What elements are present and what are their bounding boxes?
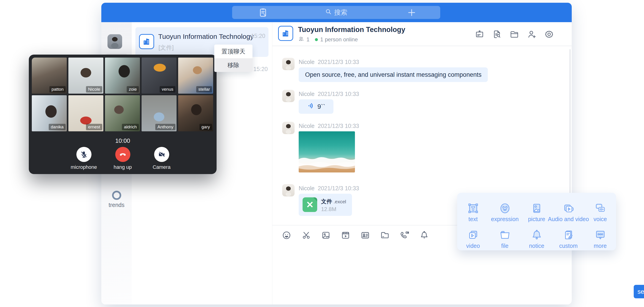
- image-icon[interactable]: [321, 231, 331, 241]
- search-history-icon[interactable]: [492, 29, 502, 40]
- panel-item-more[interactable]: more: [584, 224, 616, 249]
- chat-panel: Tuoyun Information Technology 1 1 person…: [272, 22, 572, 305]
- participant-tile: Nicole: [68, 57, 103, 94]
- sender-avatar[interactable]: [282, 122, 294, 134]
- participant-name: patton: [50, 86, 66, 92]
- conversation-context-menu: 置顶聊天 移除: [214, 44, 252, 72]
- screen: 搜索 trends: [0, 0, 644, 307]
- send-button[interactable]: sending: [634, 285, 644, 298]
- panel-item-label: more: [594, 243, 607, 249]
- conversation-title: Tuoyun Information Technology: [158, 33, 254, 40]
- panel-item-file[interactable]: file: [489, 224, 521, 249]
- emoji-icon[interactable]: [282, 231, 291, 241]
- panel-item-audio-video[interactable]: Audio and video: [552, 197, 584, 223]
- voice-message-bubble[interactable]: 9``: [299, 99, 334, 114]
- panel-item-label: voice: [594, 216, 607, 223]
- participant-tile: gary: [178, 95, 213, 131]
- file-name: 文件: [321, 198, 332, 204]
- hang-up-label: hang up: [109, 164, 136, 170]
- microphone-label: microphone: [70, 164, 98, 170]
- plus-icon[interactable]: [407, 8, 416, 18]
- microphone-mute-button[interactable]: [76, 147, 92, 162]
- search-placeholder[interactable]: 搜索: [334, 8, 348, 17]
- panel-item-label: expression: [491, 216, 519, 223]
- participant-grid: patton Nicole zoie venus stellar danika …: [32, 57, 214, 131]
- my-avatar[interactable]: [108, 34, 122, 49]
- scrollbar[interactable]: [570, 49, 570, 209]
- sender-avatar[interactable]: [282, 90, 294, 102]
- participant-tile: patton: [32, 57, 67, 94]
- settings-gear-icon[interactable]: [544, 29, 554, 40]
- sender-name: Nicole: [299, 185, 314, 191]
- conversation-last-message: [文件]: [158, 44, 174, 52]
- excel-file-icon: ✕: [302, 197, 317, 212]
- video-icon: [467, 227, 479, 241]
- video-clip-icon[interactable]: [341, 231, 350, 241]
- voice-duration: 9``: [318, 103, 325, 110]
- sender-avatar[interactable]: [282, 184, 294, 196]
- message-time: 2021/12/3 10:33: [318, 185, 359, 191]
- panel-item-video[interactable]: video: [457, 224, 489, 249]
- custom-icon: [562, 227, 575, 241]
- file-icon: [499, 227, 511, 241]
- group-avatar: [278, 26, 293, 41]
- group-files-icon[interactable]: [510, 29, 519, 40]
- chat-header: Tuoyun Information Technology 1 1 person…: [272, 22, 572, 46]
- notice-icon: [530, 227, 543, 241]
- participant-name: ernest: [86, 124, 102, 130]
- participant-name: aldrich: [122, 124, 139, 130]
- camera-off-button[interactable]: [154, 147, 169, 162]
- hang-up-button[interactable]: [115, 147, 130, 162]
- file-folder-icon[interactable]: [380, 231, 390, 241]
- sender-name: Nicole: [299, 123, 314, 129]
- file-message-bubble[interactable]: ✕ 文件 .excel 12.8M: [299, 194, 352, 216]
- online-dot: [315, 38, 318, 41]
- chat-subtitle: 1 1 person online: [298, 36, 358, 43]
- participant-name: Nicole: [86, 86, 102, 92]
- panel-item-label: text: [468, 216, 478, 223]
- menu-item-remove[interactable]: 移除: [214, 58, 252, 72]
- sender-name: Nicole: [299, 59, 314, 65]
- audio-video-icon: [562, 200, 575, 215]
- sidebar-item-trends[interactable]: trends: [101, 191, 132, 208]
- sender-name: Nicole: [299, 91, 314, 97]
- more-icon: [594, 227, 606, 241]
- contact-card-icon[interactable]: [360, 231, 370, 241]
- participant-name: danika: [49, 124, 66, 130]
- trends-label: trends: [101, 202, 132, 208]
- participant-name: stellar: [196, 86, 212, 92]
- chat-title: Tuoyun Information Technology: [298, 25, 405, 34]
- panel-item-label: video: [466, 243, 480, 249]
- group-notice-icon[interactable]: [475, 29, 484, 40]
- search-bar[interactable]: 搜索: [232, 6, 440, 19]
- top-bar: 搜索: [101, 3, 572, 22]
- screenshot-scissors-icon[interactable]: [302, 231, 311, 241]
- voice-icon: [594, 200, 607, 215]
- conversation-time: 15:20: [251, 33, 265, 39]
- members-icon: [298, 36, 304, 43]
- message-time: 2021/12/3 10:33: [318, 123, 359, 129]
- panel-item-voice[interactable]: voice: [584, 197, 616, 223]
- member-count: 1: [306, 36, 310, 43]
- menu-item-pin-chat[interactable]: 置顶聊天: [214, 44, 252, 58]
- expression-icon: [499, 200, 511, 215]
- bell-icon[interactable]: [420, 231, 429, 241]
- text-icon: [467, 200, 479, 215]
- voice-wave-icon: [307, 102, 315, 111]
- message-time: 2021/12/3 10:33: [318, 91, 359, 97]
- file-size: 12.8M: [321, 206, 336, 212]
- message-bubble[interactable]: Open source, free, and universal instant…: [299, 67, 488, 82]
- call-icon[interactable]: [400, 231, 409, 241]
- panel-item-text[interactable]: text: [457, 197, 489, 223]
- microphone-control: microphone: [70, 147, 98, 170]
- picture-icon: [530, 200, 543, 215]
- panel-item-custom[interactable]: custom: [552, 224, 584, 249]
- participant-tile: stellar: [178, 57, 213, 94]
- sender-avatar[interactable]: [282, 58, 294, 70]
- message-time: 2021/12/3 10:33: [318, 59, 359, 65]
- add-member-icon[interactable]: [527, 29, 536, 40]
- image-message-beach[interactable]: [299, 131, 355, 172]
- search-icon: [325, 8, 332, 17]
- panel-item-notice[interactable]: notice: [521, 224, 552, 249]
- panel-item-expression[interactable]: expression: [489, 197, 521, 223]
